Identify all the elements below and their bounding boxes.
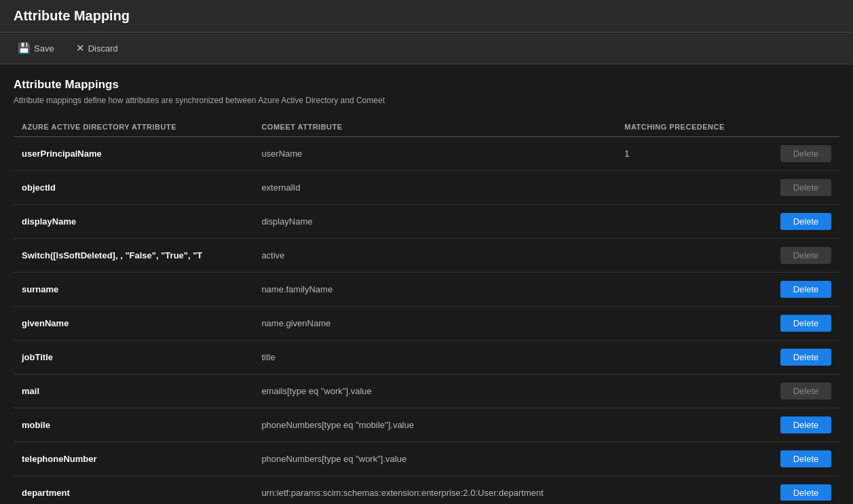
action-cell: Delete xyxy=(758,273,839,307)
azure-attr-cell: userPrincipalName xyxy=(14,137,253,171)
action-cell: Delete xyxy=(758,442,839,476)
comeet-attr-cell: emails[type eq "work"].value xyxy=(253,374,616,408)
delete-button: Delete xyxy=(780,247,831,264)
precedence-cell: 1 xyxy=(616,137,758,171)
precedence-cell xyxy=(616,341,758,374)
comeet-attr-cell: urn:ietf:params:scim:schemas:extension:e… xyxy=(253,476,616,501)
comeet-attr-cell: userName xyxy=(253,137,616,171)
table-row: jobTitletitleDelete xyxy=(14,341,839,374)
discard-icon: ✕ xyxy=(76,42,85,54)
table-row: userPrincipalNameuserName1Delete xyxy=(14,137,839,171)
discard-button[interactable]: ✕ Discard xyxy=(72,39,122,57)
action-cell: Delete xyxy=(758,476,839,501)
discard-label: Discard xyxy=(88,43,118,54)
precedence-cell xyxy=(616,408,758,442)
delete-button[interactable]: Delete xyxy=(780,349,831,366)
save-icon: 💾 xyxy=(18,42,31,54)
precedence-cell xyxy=(616,171,758,205)
table-row: mailemails[type eq "work"].valueDelete xyxy=(14,374,839,408)
delete-button: Delete xyxy=(780,383,831,400)
table-row: displayNamedisplayNameDelete xyxy=(14,205,839,239)
section-title: Attribute Mappings xyxy=(14,78,839,92)
table-row: Switch([IsSoftDeleted], , "False", "True… xyxy=(14,239,839,273)
precedence-cell xyxy=(616,476,758,501)
azure-attr-cell: jobTitle xyxy=(14,341,253,374)
main-content: Attribute Mappings Attribute mappings de… xyxy=(0,64,853,501)
azure-attr-cell: telephoneNumber xyxy=(14,442,253,476)
table-row: mobilephoneNumbers[type eq "mobile"].val… xyxy=(14,408,839,442)
azure-attr-cell: Switch([IsSoftDeleted], , "False", "True… xyxy=(14,239,253,273)
section-description: Attribute mappings define how attributes… xyxy=(14,96,839,105)
precedence-cell xyxy=(616,273,758,307)
precedence-cell xyxy=(616,205,758,239)
delete-button: Delete xyxy=(780,145,831,162)
col-matching-precedence: MATCHING PRECEDENCE xyxy=(616,117,758,137)
delete-button[interactable]: Delete xyxy=(780,281,831,298)
action-cell: Delete xyxy=(758,171,839,205)
azure-attr-cell: mail xyxy=(14,374,253,408)
comeet-attr-cell: phoneNumbers[type eq "work"].value xyxy=(253,442,616,476)
action-cell: Delete xyxy=(758,408,839,442)
action-cell: Delete xyxy=(758,341,839,374)
precedence-cell xyxy=(616,442,758,476)
toolbar: 💾 Save ✕ Discard xyxy=(0,33,853,64)
comeet-attr-cell: externalId xyxy=(253,171,616,205)
action-cell: Delete xyxy=(758,307,839,341)
azure-attr-cell: displayName xyxy=(14,205,253,239)
action-cell: Delete xyxy=(758,239,839,273)
table-row: objectIdexternalIdDelete xyxy=(14,171,839,205)
delete-button[interactable]: Delete xyxy=(780,416,831,433)
page-title: Attribute Mapping xyxy=(14,8,130,23)
precedence-cell xyxy=(616,374,758,408)
azure-attr-cell: surname xyxy=(14,273,253,307)
azure-attr-cell: objectId xyxy=(14,171,253,205)
delete-button: Delete xyxy=(780,179,831,196)
azure-attr-cell: mobile xyxy=(14,408,253,442)
azure-attr-cell: department xyxy=(14,476,253,501)
azure-attr-cell: givenName xyxy=(14,307,253,341)
comeet-attr-cell: name.familyName xyxy=(253,273,616,307)
comeet-attr-cell: phoneNumbers[type eq "mobile"].value xyxy=(253,408,616,442)
col-action xyxy=(758,117,839,137)
delete-button[interactable]: Delete xyxy=(780,315,831,332)
mapping-table: AZURE ACTIVE DIRECTORY ATTRIBUTE COMEET … xyxy=(14,117,839,501)
table-header-row: AZURE ACTIVE DIRECTORY ATTRIBUTE COMEET … xyxy=(14,117,839,137)
comeet-attr-cell: displayName xyxy=(253,205,616,239)
precedence-cell xyxy=(616,307,758,341)
delete-button[interactable]: Delete xyxy=(780,484,831,501)
table-row: telephoneNumberphoneNumbers[type eq "wor… xyxy=(14,442,839,476)
save-button[interactable]: 💾 Save xyxy=(14,39,58,57)
save-label: Save xyxy=(34,43,54,54)
table-row: surnamename.familyNameDelete xyxy=(14,273,839,307)
table-row: givenNamename.givenNameDelete xyxy=(14,307,839,341)
comeet-attr-cell: title xyxy=(253,341,616,374)
col-azure-attr: AZURE ACTIVE DIRECTORY ATTRIBUTE xyxy=(14,117,253,137)
delete-button[interactable]: Delete xyxy=(780,450,831,467)
action-cell: Delete xyxy=(758,374,839,408)
col-comeet-attr: COMEET ATTRIBUTE xyxy=(253,117,616,137)
page-header: Attribute Mapping xyxy=(0,0,853,33)
action-cell: Delete xyxy=(758,205,839,239)
precedence-cell xyxy=(616,239,758,273)
table-row: departmenturn:ietf:params:scim:schemas:e… xyxy=(14,476,839,501)
comeet-attr-cell: active xyxy=(253,239,616,273)
action-cell: Delete xyxy=(758,137,839,171)
comeet-attr-cell: name.givenName xyxy=(253,307,616,341)
delete-button[interactable]: Delete xyxy=(780,213,831,230)
